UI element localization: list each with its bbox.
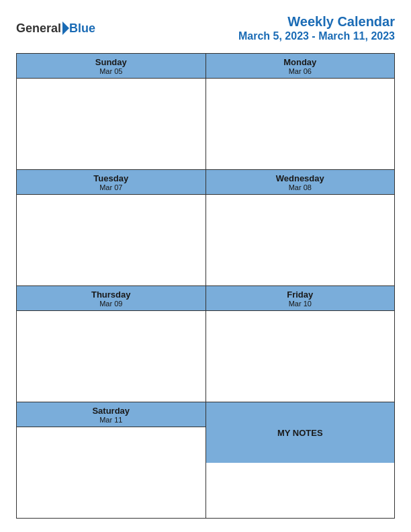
calendar-row-4: Saturday Mar 11 MY NOTES [17, 402, 394, 518]
day-header-friday: Friday Mar 10 [206, 286, 395, 311]
logo-blue: Blue [69, 21, 95, 36]
day-date-monday: Mar 06 [206, 67, 395, 75]
day-body-saturday[interactable] [17, 427, 205, 518]
day-header-sunday: Sunday Mar 05 [17, 54, 205, 79]
calendar-row-2: Tuesday Mar 07 Wednesday Mar 08 [17, 170, 394, 286]
day-cell-friday: Friday Mar 10 [206, 286, 395, 402]
day-cell-monday: Monday Mar 06 [206, 54, 395, 169]
day-body-tuesday[interactable] [17, 195, 205, 285]
day-date-tuesday: Mar 07 [17, 183, 205, 191]
day-name-monday: Monday [206, 57, 395, 67]
day-name-thursday: Thursday [17, 290, 205, 300]
day-header-saturday: Saturday Mar 11 [17, 402, 205, 427]
logo-general: General [16, 22, 69, 34]
day-cell-wednesday: Wednesday Mar 08 [206, 170, 395, 285]
day-name-saturday: Saturday [17, 406, 205, 416]
day-header-monday: Monday Mar 06 [206, 54, 395, 79]
calendar-grid: Sunday Mar 05 Monday Mar 06 Tuesday Mar … [16, 53, 395, 519]
logo: General Blue [16, 21, 95, 36]
day-date-saturday: Mar 11 [17, 416, 205, 424]
calendar-title: Weekly Calendar [238, 13, 395, 30]
day-cell-thursday: Thursday Mar 09 [17, 286, 206, 402]
notes-header: MY NOTES [206, 402, 395, 463]
header: General Blue Weekly Calendar March 5, 20… [16, 13, 395, 44]
day-name-tuesday: Tuesday [17, 173, 205, 183]
logo-triangle-icon [62, 21, 69, 35]
day-date-friday: Mar 10 [206, 300, 395, 308]
notes-label: MY NOTES [277, 428, 323, 438]
day-date-wednesday: Mar 08 [206, 183, 395, 191]
day-header-thursday: Thursday Mar 09 [17, 286, 205, 311]
day-cell-tuesday: Tuesday Mar 07 [17, 170, 206, 285]
day-body-wednesday[interactable] [206, 195, 395, 285]
calendar-row-1: Sunday Mar 05 Monday Mar 06 [17, 54, 394, 170]
day-body-thursday[interactable] [17, 311, 205, 402]
day-date-sunday: Mar 05 [17, 67, 205, 75]
day-date-thursday: Mar 09 [17, 300, 205, 308]
day-body-friday[interactable] [206, 311, 395, 402]
day-body-sunday[interactable] [17, 79, 205, 169]
day-body-monday[interactable] [206, 79, 395, 169]
day-header-tuesday: Tuesday Mar 07 [17, 170, 205, 195]
day-header-wednesday: Wednesday Mar 08 [206, 170, 395, 195]
notes-body[interactable] [206, 463, 395, 518]
day-name-wednesday: Wednesday [206, 173, 395, 183]
day-name-sunday: Sunday [17, 57, 205, 67]
calendar-row-3: Thursday Mar 09 Friday Mar 10 [17, 286, 394, 402]
notes-cell: MY NOTES [206, 402, 395, 518]
calendar-date-range: March 5, 2023 - March 11, 2023 [238, 30, 395, 44]
day-name-friday: Friday [206, 290, 395, 300]
day-cell-saturday: Saturday Mar 11 [17, 402, 206, 518]
title-section: Weekly Calendar March 5, 2023 - March 11… [238, 13, 395, 44]
page: General Blue Weekly Calendar March 5, 20… [0, 0, 411, 532]
day-cell-sunday: Sunday Mar 05 [17, 54, 206, 169]
